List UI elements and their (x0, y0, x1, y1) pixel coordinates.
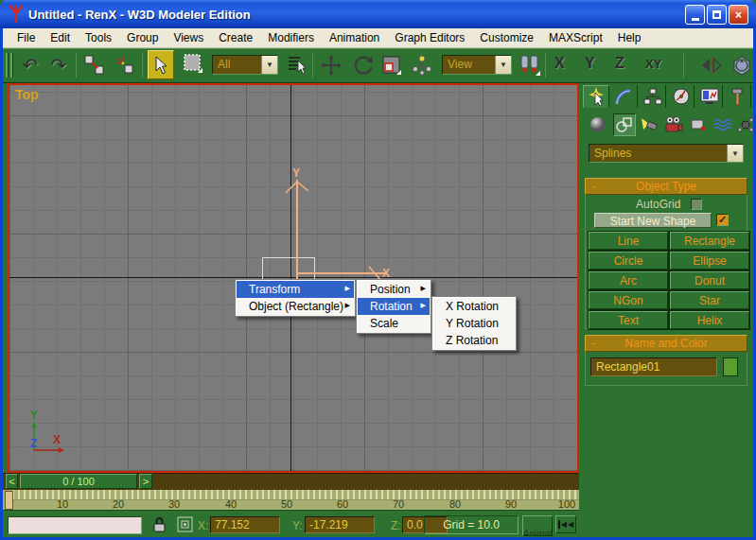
restrict-xy-plane-button[interactable]: XY (645, 57, 661, 71)
chevron-down-icon[interactable]: ▼ (261, 56, 277, 74)
shape-category-value: Splines (589, 145, 727, 162)
restrict-y-button[interactable]: Y (585, 55, 595, 72)
category-lights-button[interactable] (638, 113, 660, 136)
name-color-rollout-header[interactable]: - Name and Color (585, 335, 747, 352)
chevron-down-icon[interactable]: ▼ (495, 56, 511, 74)
selection-filter-dropdown[interactable]: All ▼ (212, 55, 278, 75)
submenu-item-z-rotation[interactable]: Z Rotation (433, 332, 515, 349)
timeline-ruler[interactable]: 10 20 30 40 50 60 70 80 90 100 (3, 490, 586, 511)
submenu-item-rotation[interactable]: Rotation ▶ (358, 298, 430, 315)
animate-button[interactable]: Animate (522, 515, 553, 536)
minimize-button[interactable] (685, 5, 705, 25)
y-coord-field[interactable]: -17.219 (305, 516, 375, 533)
select-and-manipulate-button[interactable] (409, 53, 435, 78)
shape-button-donut[interactable]: Donut (670, 271, 749, 289)
restrict-z-button[interactable]: Z (615, 55, 624, 72)
tab-modify[interactable] (611, 85, 638, 108)
time-slider[interactable]: 0 / 100 (20, 474, 137, 489)
shape-button-helix[interactable]: Helix (670, 311, 749, 329)
schematic-view-icon (730, 54, 753, 77)
toolbar-grip[interactable] (10, 53, 13, 78)
shape-button-rectangle[interactable]: Rectangle (670, 232, 749, 250)
start-new-shape-button[interactable]: Start New Shape (594, 213, 712, 228)
menu-graph-editors[interactable]: Graph Editors (388, 29, 471, 46)
select-and-scale-button[interactable] (378, 53, 405, 78)
menu-group[interactable]: Group (120, 29, 165, 46)
menu-file[interactable]: File (10, 29, 42, 46)
start-new-shape-checkbox[interactable]: ✓ (716, 214, 729, 226)
redo-button[interactable]: ↷ (45, 53, 72, 78)
shape-category-dropdown[interactable]: Splines ▼ (589, 144, 744, 163)
menu-help[interactable]: Help (611, 29, 648, 46)
category-systems-button[interactable] (734, 113, 756, 136)
status-prompt-field (8, 516, 142, 534)
category-cameras-button[interactable] (662, 113, 685, 136)
undo-button[interactable]: ↶ (17, 53, 44, 78)
select-and-rotate-button[interactable] (350, 53, 377, 78)
x-coord-field[interactable]: 77.152 (210, 516, 280, 533)
schematic-view-button[interactable] (729, 53, 755, 78)
submenu-item-x-rotation[interactable]: X Rotation (433, 298, 515, 315)
menu-modifiers[interactable]: Modifiers (261, 29, 321, 46)
selection-lock-toggle[interactable] (152, 516, 167, 537)
category-helpers-button[interactable] (687, 113, 710, 136)
restrict-x-button[interactable]: X (554, 55, 565, 72)
absolute-mode-toggle[interactable] (177, 516, 193, 536)
submenu-item-scale[interactable]: Scale (358, 315, 430, 332)
use-pivot-point-button[interactable] (517, 53, 543, 78)
tab-utilities[interactable] (725, 85, 751, 108)
application-window: Untitled - RenX - W3D Modeler Edition × … (0, 0, 756, 540)
category-shapes-button[interactable] (613, 113, 636, 136)
object-name-field[interactable]: Rectangle01 (590, 357, 717, 376)
menu-views[interactable]: Views (167, 29, 210, 46)
object-color-swatch[interactable] (723, 357, 738, 376)
tab-create[interactable] (583, 85, 609, 108)
collapse-icon: - (591, 337, 595, 350)
title-bar[interactable]: Untitled - RenX - W3D Modeler Edition × (0, 0, 756, 28)
select-by-name-button[interactable] (284, 53, 310, 78)
menu-edit[interactable]: Edit (44, 29, 77, 46)
submenu-item-y-rotation[interactable]: Y Rotation (433, 315, 515, 332)
category-space-warps-button[interactable] (712, 113, 734, 136)
mirror-button[interactable] (698, 53, 725, 78)
shape-button-circle[interactable]: Circle (589, 252, 668, 270)
tab-motion[interactable] (668, 85, 694, 108)
reference-coordinate-dropdown[interactable]: View ▼ (442, 55, 512, 75)
reference-coordinate-value: View (443, 56, 495, 74)
object-type-rollout-header[interactable]: - Object Type (585, 178, 747, 195)
maximize-button[interactable] (707, 5, 727, 25)
submenu-item-position[interactable]: Position ▶ (358, 281, 430, 298)
close-button[interactable]: × (729, 5, 748, 25)
shape-button-arc[interactable]: Arc (589, 271, 668, 289)
go-to-start-button[interactable]: ◀◀ (555, 515, 576, 533)
shape-button-line[interactable]: Line (589, 232, 668, 250)
select-and-move-button[interactable] (318, 53, 344, 78)
shape-button-star[interactable]: Star (670, 291, 749, 309)
select-object-button[interactable] (148, 50, 174, 79)
autogrid-checkbox[interactable] (691, 199, 702, 210)
context-menu-item-object-rectangle[interactable]: Object (Rectangle) ▶ (237, 298, 354, 315)
previous-frame-arrow-button[interactable]: < (6, 474, 18, 489)
toolbar-grip[interactable] (6, 53, 9, 78)
menu-tools[interactable]: Tools (79, 29, 118, 46)
menu-maxscript[interactable]: MAXScript (542, 29, 609, 46)
hierarchy-icon (643, 87, 662, 106)
menu-customize[interactable]: Customize (473, 29, 540, 46)
tab-display[interactable] (696, 85, 723, 108)
chevron-down-icon[interactable]: ▼ (727, 145, 743, 162)
unlink-selection-button[interactable] (112, 53, 138, 78)
context-menu-item-transform[interactable]: Transform ▶ (237, 281, 354, 298)
category-geometry-button[interactable] (587, 113, 609, 136)
viewport-top[interactable]: Top Y X Y Z X (8, 83, 579, 473)
timeline-handle[interactable] (5, 491, 13, 510)
shape-button-text[interactable]: Text (589, 311, 668, 329)
tab-hierarchy[interactable] (640, 85, 666, 108)
shape-button-ellipse[interactable]: Ellipse (670, 252, 749, 270)
menu-create[interactable]: Create (212, 29, 259, 46)
menu-animation[interactable]: Animation (323, 29, 386, 46)
shape-button-ngon[interactable]: NGon (589, 291, 668, 309)
select-and-link-button[interactable] (81, 53, 108, 78)
viewport-label[interactable]: Top (15, 87, 39, 102)
next-frame-arrow-button[interactable]: > (139, 474, 152, 489)
rectangular-selection-region-button[interactable] (180, 51, 206, 76)
